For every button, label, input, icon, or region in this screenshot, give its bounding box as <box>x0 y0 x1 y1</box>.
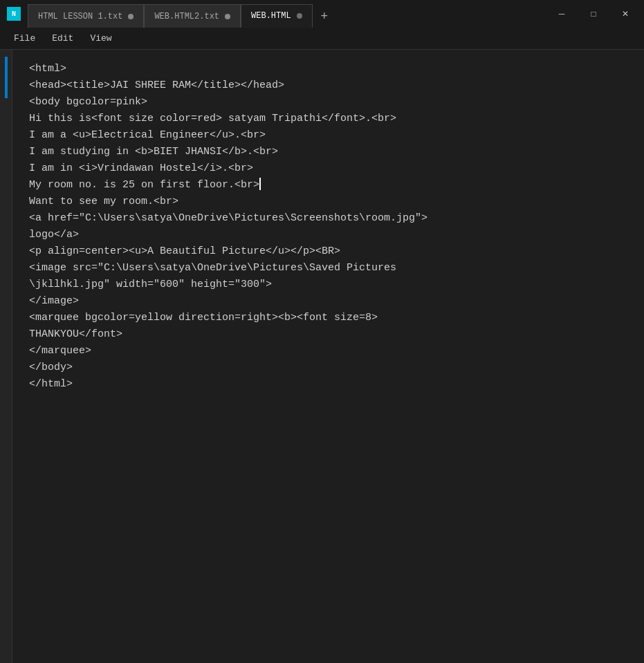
code-line-17: THANKYOU</font> <box>29 326 644 343</box>
sidebar-indicator <box>5 57 8 98</box>
code-line-3: <body bgcolor=pink> <box>29 94 644 111</box>
tab-label: WEB.HTML <box>251 11 291 21</box>
maximize-button[interactable]: □ <box>578 0 609 28</box>
menu-file[interactable]: File <box>6 30 44 46</box>
tab-close-dot[interactable] <box>225 14 230 19</box>
tab-close-dot[interactable] <box>128 14 134 19</box>
editor-content[interactable]: <html> <head><title>JAI SHREE RAM</title… <box>12 50 644 663</box>
code-line-16: <marquee bgcolor=yellow direction=right>… <box>29 310 644 326</box>
code-line-2: <head><title>JAI SHREE RAM</title></head… <box>29 77 644 94</box>
code-line-10: <a href="C:\Users\satya\OneDrive\Picture… <box>29 210 644 227</box>
tab-web-html2[interactable]: WEB.HTML2.txt <box>144 4 241 28</box>
close-button[interactable]: ✕ <box>609 0 641 28</box>
code-line-9: Want to see my room.<br> <box>29 194 644 210</box>
menu-view[interactable]: View <box>82 30 120 46</box>
code-line-8: My room no. is 25 on first floor.<br> <box>29 177 644 194</box>
code-line-14: \jkllhkl.jpg" width="600" height="300"> <box>29 277 644 293</box>
title-bar: N HTML LESSON 1.txt WEB.HTML2.txt WEB.HT… <box>0 0 644 28</box>
code-line-6: I am studying in <b>BIET JHANSI</b>.<br> <box>29 144 644 160</box>
code-line-12: <p align=center><u>A Beautiful Picture</… <box>29 243 644 260</box>
window-controls: ─ □ ✕ <box>546 0 644 28</box>
code-line-11: logo</a> <box>29 227 644 243</box>
code-line-13: <image src="C:\Users\satya\OneDrive\Pict… <box>29 260 644 277</box>
code-line-18: </marquee> <box>29 343 644 359</box>
menu-bar: File Edit View <box>0 28 644 50</box>
tab-label: HTML LESSON 1.txt <box>38 12 122 21</box>
new-tab-button[interactable]: + <box>313 4 336 28</box>
code-line-4: Hi this is<font size color=red> satyam T… <box>29 111 644 127</box>
tab-list: HTML LESSON 1.txt WEB.HTML2.txt WEB.HTML… <box>28 0 336 28</box>
app-icon-inner: N <box>7 7 21 21</box>
minimize-button[interactable]: ─ <box>546 0 578 28</box>
code-line-15: </image> <box>29 293 644 310</box>
left-sidebar <box>0 50 12 663</box>
tab-close-dot[interactable] <box>297 13 302 19</box>
tab-label: WEB.HTML2.txt <box>154 12 219 21</box>
menu-edit[interactable]: Edit <box>44 30 82 46</box>
code-line-19: </body> <box>29 359 644 376</box>
tab-web-html[interactable]: WEB.HTML <box>241 4 313 28</box>
app-icon: N <box>0 0 28 28</box>
code-line-20: </html> <box>29 376 644 393</box>
code-line-7: I am in <i>Vrindawan Hostel</i>.<br> <box>29 160 644 177</box>
title-bar-left: N HTML LESSON 1.txt WEB.HTML2.txt WEB.HT… <box>0 0 546 28</box>
text-cursor <box>259 178 261 190</box>
code-line-5: I am a <u>Electrical Engineer</u>.<br> <box>29 127 644 144</box>
editor-container: <html> <head><title>JAI SHREE RAM</title… <box>0 50 644 663</box>
code-line-1: <html> <box>29 61 644 77</box>
tab-html-lesson[interactable]: HTML LESSON 1.txt <box>28 4 144 28</box>
